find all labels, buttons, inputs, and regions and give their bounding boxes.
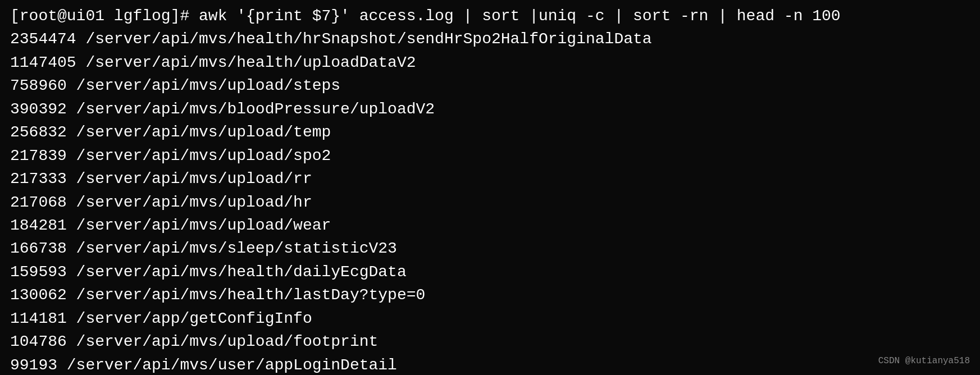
table-row: 217333 /server/api/mvs/upload/rr — [10, 167, 970, 190]
table-row: 184281 /server/api/mvs/upload/wear — [10, 214, 970, 237]
table-row: 2354474 /server/api/mvs/health/hrSnapsho… — [10, 28, 970, 51]
table-row: 114181 /server/app/getConfigInfo — [10, 307, 970, 330]
table-row: 758960 /server/api/mvs/upload/steps — [10, 74, 970, 97]
table-row: 130062 /server/api/mvs/health/lastDay?ty… — [10, 283, 970, 307]
table-row: 166738 /server/api/mvs/sleep/statisticV2… — [10, 237, 970, 260]
table-row: 256832 /server/api/mvs/upload/temp — [10, 121, 970, 144]
table-row: 99193 /server/api/mvs/user/appLoginDetai… — [10, 354, 970, 375]
table-row: 390392 /server/api/mvs/bloodPressure/upl… — [10, 98, 970, 121]
table-row: 159593 /server/api/mvs/health/dailyEcgDa… — [10, 260, 970, 283]
table-row: 217839 /server/api/mvs/upload/spo2 — [10, 144, 970, 167]
table-row: 217068 /server/api/mvs/upload/hr — [10, 191, 970, 214]
table-row: 1147405 /server/api/mvs/health/uploadDat… — [10, 51, 970, 74]
terminal-window: [root@ui01 lgflog]# awk '{print $7}' acc… — [0, 0, 980, 375]
data-rows: 2354474 /server/api/mvs/health/hrSnapsho… — [10, 28, 970, 375]
command-line: [root@ui01 lgflog]# awk '{print $7}' acc… — [10, 4, 970, 28]
table-row: 104786 /server/api/mvs/upload/footprint — [10, 330, 970, 353]
watermark: CSDN @kutianya518 — [878, 355, 970, 368]
